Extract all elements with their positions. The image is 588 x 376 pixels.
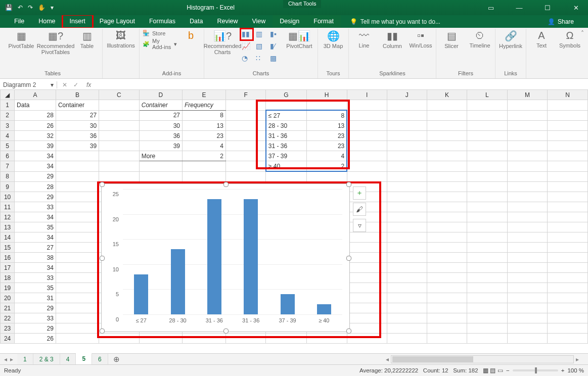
column-header-H[interactable]: H	[306, 90, 347, 100]
cell-K17[interactable]	[427, 263, 467, 273]
cell-F2[interactable]	[225, 110, 265, 121]
cell-G5[interactable]: 31 - 36	[266, 141, 306, 151]
cell-L6[interactable]	[467, 151, 507, 161]
cell-L13[interactable]	[467, 222, 507, 232]
cell-K7[interactable]	[427, 161, 467, 172]
cell-N14[interactable]	[548, 232, 588, 243]
cell-C1[interactable]	[99, 100, 140, 111]
row-header-22[interactable]: 22	[1, 313, 15, 323]
cell-B18[interactable]	[56, 273, 99, 283]
column-header-E[interactable]: E	[183, 90, 226, 100]
fx-icon[interactable]: fx	[86, 81, 91, 88]
cell-J4[interactable]	[387, 131, 427, 141]
cell-N19[interactable]	[548, 283, 588, 293]
cell-D5[interactable]: 39	[139, 141, 182, 151]
row-header-17[interactable]: 17	[1, 263, 15, 273]
cell-N11[interactable]	[548, 202, 588, 212]
row-header-2[interactable]: 2	[1, 110, 15, 121]
cell-D1[interactable]: Container	[139, 100, 182, 111]
cell-M1[interactable]	[507, 100, 548, 111]
cell-B21[interactable]	[56, 303, 99, 313]
tab-insert[interactable]: Insert	[63, 15, 93, 28]
cell-B15[interactable]	[56, 243, 99, 253]
cell-H3[interactable]: 13	[306, 121, 347, 131]
cell-L23[interactable]	[467, 323, 507, 334]
cell-K16[interactable]	[427, 253, 467, 263]
sheet-nav-next-icon[interactable]: ▸	[10, 356, 13, 363]
cell-J6[interactable]	[387, 151, 427, 161]
cell-J10[interactable]	[387, 192, 427, 202]
cell-B7[interactable]	[56, 161, 99, 172]
worksheet-grid[interactable]: ◢ABCDEFGHIJKLMN1DataContainerContainerFr…	[0, 89, 588, 354]
zoom-out-icon[interactable]: −	[506, 367, 510, 373]
cell-N20[interactable]	[548, 293, 588, 303]
view-page-layout-icon[interactable]: ▤	[490, 367, 495, 374]
cell-A21[interactable]: 29	[15, 303, 56, 313]
cell-L22[interactable]	[467, 313, 507, 323]
bar-5[interactable]	[317, 304, 331, 314]
column-header-K[interactable]: K	[427, 90, 467, 100]
cell-N18[interactable]	[548, 273, 588, 283]
cell-C4[interactable]	[99, 131, 140, 141]
view-normal-icon[interactable]: ▦	[483, 367, 488, 374]
cell-N9[interactable]	[548, 182, 588, 192]
chart-filters-button[interactable]: ▿	[353, 219, 366, 232]
cell-I14[interactable]	[347, 232, 387, 243]
cell-N15[interactable]	[548, 243, 588, 253]
cell-E2[interactable]: 8	[183, 110, 226, 121]
cell-K9[interactable]	[427, 182, 467, 192]
recommended-pivottables-button[interactable]: ▦?Recommended PivotTables	[40, 30, 71, 55]
cell-J8[interactable]	[387, 171, 427, 182]
cell-N10[interactable]	[548, 192, 588, 202]
cell-B17[interactable]	[56, 263, 99, 273]
cell-K15[interactable]	[427, 243, 467, 253]
cell-G6[interactable]: 37 - 39	[266, 151, 306, 161]
row-header-23[interactable]: 23	[1, 323, 15, 334]
cell-M2[interactable]	[507, 110, 548, 121]
bing-maps-button[interactable]: b	[181, 30, 201, 41]
cell-C5[interactable]	[99, 141, 140, 151]
tab-review[interactable]: Review	[210, 15, 245, 28]
cell-B4[interactable]: 36	[56, 131, 99, 141]
cell-A4[interactable]: 32	[15, 131, 56, 141]
row-header-8[interactable]: 8	[1, 171, 15, 182]
cell-J11[interactable]	[387, 202, 427, 212]
cell-K18[interactable]	[427, 273, 467, 283]
cell-N5[interactable]	[548, 141, 588, 151]
cell-J24[interactable]	[387, 334, 427, 344]
row-header-9[interactable]: 9	[1, 182, 15, 192]
touch-mode-icon[interactable]: ✋	[38, 4, 46, 11]
cell-J7[interactable]	[387, 161, 427, 172]
cell-I5[interactable]	[347, 141, 387, 151]
cell-M6[interactable]	[507, 151, 548, 161]
cell-A23[interactable]: 29	[15, 323, 56, 334]
row-header-13[interactable]: 13	[1, 222, 15, 232]
cell-M19[interactable]	[507, 283, 548, 293]
cell-L18[interactable]	[467, 273, 507, 283]
tab-design[interactable]: Design	[273, 15, 306, 28]
cell-N24[interactable]	[548, 334, 588, 344]
cell-I22[interactable]	[347, 313, 387, 323]
cell-J22[interactable]	[387, 313, 427, 323]
slicer-button[interactable]: ▤Slicer	[439, 30, 464, 49]
cell-I8[interactable]	[347, 171, 387, 182]
cell-N1[interactable]	[548, 100, 588, 111]
line-chart-button[interactable]: 📈	[242, 42, 252, 51]
cell-G1[interactable]	[266, 100, 306, 111]
cell-J18[interactable]	[387, 273, 427, 283]
cell-C3[interactable]	[99, 121, 140, 131]
tab-data[interactable]: Data	[183, 15, 210, 28]
undo-icon[interactable]: ↶	[18, 4, 23, 11]
cell-B3[interactable]: 30	[56, 121, 99, 131]
new-sheet-button[interactable]: ⊕	[108, 355, 125, 364]
cell-B6[interactable]	[56, 151, 99, 161]
sheet-nav-prev-icon[interactable]: ◂	[4, 356, 7, 363]
cell-M15[interactable]	[507, 243, 548, 253]
recommended-charts-button[interactable]: 📊?Recommended Charts	[207, 30, 238, 55]
cell-H8[interactable]	[306, 171, 347, 182]
cell-N16[interactable]	[548, 253, 588, 263]
cancel-formula-icon[interactable]: ✕	[62, 81, 67, 88]
cell-M21[interactable]	[507, 303, 548, 313]
column-header-B[interactable]: B	[56, 90, 99, 100]
cell-B9[interactable]	[56, 182, 99, 192]
